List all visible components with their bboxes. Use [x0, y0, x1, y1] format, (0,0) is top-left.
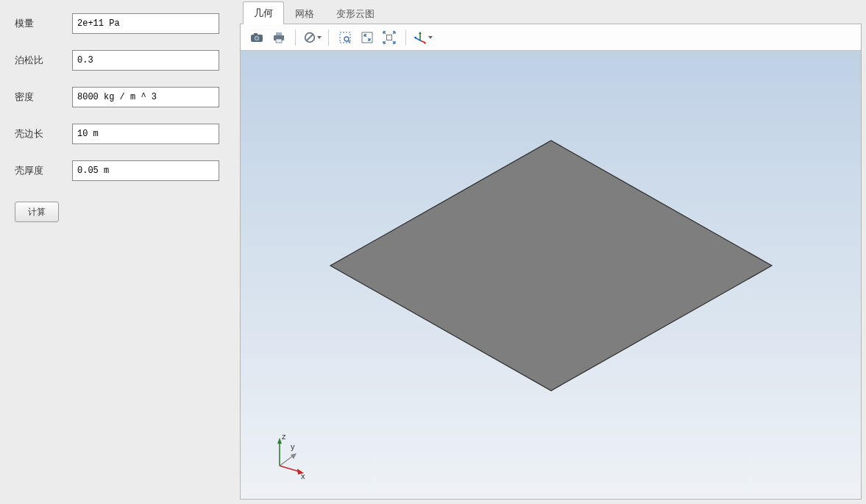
properties-panel: 模量 泊松比 密度 壳边长 壳厚度 计算: [0, 0, 240, 504]
camera-icon: [249, 30, 264, 45]
svg-marker-25: [291, 453, 297, 459]
snapshot-button[interactable]: [246, 27, 267, 48]
label-shell-thickness: 壳厚度: [15, 164, 72, 177]
svg-rect-5: [276, 32, 282, 35]
toolbar-separator: [295, 29, 296, 46]
selection-filter-dropdown[interactable]: [302, 27, 322, 48]
input-poisson[interactable]: [72, 50, 219, 71]
tab-content: z y x: [240, 24, 862, 500]
svg-rect-13: [387, 35, 392, 40]
zoom-extents-icon: [382, 30, 397, 45]
svg-text:y: y: [291, 442, 295, 451]
print-icon: [271, 30, 286, 45]
svg-marker-15: [419, 32, 422, 34]
input-modulus[interactable]: [72, 13, 219, 34]
tab-deformation[interactable]: 变形云图: [325, 2, 386, 24]
fit-view-button[interactable]: [357, 27, 377, 48]
viewport-3d[interactable]: z y x: [241, 51, 861, 499]
svg-rect-12: [362, 32, 372, 43]
svg-text:x: x: [301, 472, 305, 480]
label-modulus: 模量: [15, 17, 72, 30]
tab-mesh[interactable]: 网格: [284, 2, 325, 24]
calculate-button[interactable]: 计算: [15, 202, 59, 222]
axes-icon: [413, 30, 427, 45]
svg-marker-17: [424, 41, 427, 44]
toolbar-separator: [405, 29, 406, 46]
label-density: 密度: [15, 90, 72, 104]
input-shell-thickness[interactable]: [72, 160, 219, 181]
zoom-extents-button[interactable]: [379, 27, 400, 48]
chevron-down-icon: [317, 36, 322, 39]
forbidden-icon: [303, 31, 316, 44]
svg-marker-20: [330, 141, 772, 391]
label-shell-edge: 壳边长: [15, 127, 72, 141]
chevron-down-icon: [428, 36, 433, 39]
geometry-shell-plate: [316, 126, 787, 405]
input-shell-edge[interactable]: [72, 124, 219, 144]
zoom-box-button[interactable]: [335, 27, 355, 48]
toolbar-separator: [328, 29, 329, 46]
print-button[interactable]: [269, 27, 289, 48]
svg-point-3: [255, 37, 258, 39]
svg-text:z: z: [282, 432, 286, 441]
svg-line-24: [280, 455, 294, 466]
input-density[interactable]: [72, 87, 219, 107]
axis-triad: z y x: [261, 429, 313, 483]
svg-rect-1: [254, 33, 258, 35]
view-orientation-dropdown[interactable]: [412, 27, 433, 48]
tab-geometry[interactable]: 几何: [243, 1, 284, 24]
svg-line-27: [280, 466, 299, 472]
viewer-toolbar: [241, 24, 861, 51]
zoom-box-icon: [338, 30, 352, 45]
fit-view-icon: [360, 30, 375, 45]
viewer-panel: 几何 网格 变形云图: [240, 0, 866, 504]
svg-line-8: [306, 34, 313, 40]
svg-rect-6: [276, 39, 282, 43]
label-poisson: 泊松比: [15, 54, 72, 67]
tab-strip: 几何 网格 变形云图: [240, 0, 866, 24]
